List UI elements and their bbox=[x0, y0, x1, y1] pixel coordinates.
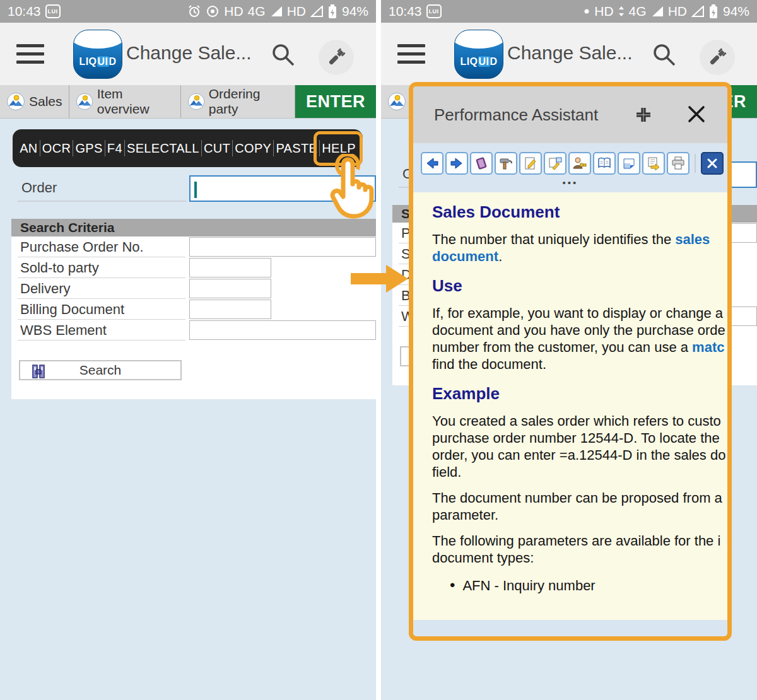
authorization-button[interactable] bbox=[568, 152, 591, 175]
signal-full-icon bbox=[651, 6, 664, 17]
toolbar-item-gps[interactable]: GPS bbox=[75, 141, 102, 156]
binoculars-icon bbox=[30, 363, 47, 380]
search-icon[interactable] bbox=[651, 42, 678, 68]
help-text: purchase order number 12544-D. To locate… bbox=[432, 430, 720, 446]
help-link[interactable]: matc bbox=[692, 339, 724, 355]
help-text: If, for example, you want to display or … bbox=[432, 305, 723, 321]
page-title: Change Sale... bbox=[507, 42, 632, 64]
landscape-icon bbox=[387, 92, 406, 111]
help-text: find the document. bbox=[432, 356, 546, 372]
help-text: The number that uniquely identifies the bbox=[432, 231, 675, 247]
back-arrow-icon bbox=[425, 156, 440, 171]
toolbar-item-copy[interactable]: COPY bbox=[235, 141, 271, 156]
excel-close-button[interactable] bbox=[701, 152, 724, 175]
quick-toolbar: ANOCRGPSF4SELECTALLCUTCOPYPASTEHELP bbox=[13, 129, 363, 167]
form-row: Sold-to party bbox=[11, 257, 376, 278]
toolbar-item-an[interactable]: AN bbox=[20, 141, 37, 156]
annotation-arrow-icon bbox=[351, 264, 409, 293]
menu-icon[interactable] bbox=[397, 44, 425, 64]
hd2-label: HD bbox=[287, 4, 306, 19]
blue-note-icon bbox=[621, 156, 637, 171]
help-heading: Sales Document bbox=[432, 202, 727, 222]
tab-label: Item overview bbox=[97, 86, 174, 117]
glossary-button[interactable] bbox=[470, 152, 493, 175]
hd-label: HD bbox=[224, 4, 243, 19]
toolbar-separator bbox=[232, 140, 233, 156]
liquid-ui-notification-icon: LUI bbox=[426, 4, 442, 18]
help-text: . bbox=[498, 248, 502, 264]
tab-item-overview[interactable]: Item overview bbox=[69, 85, 181, 118]
form-row: Purchase Order No. bbox=[11, 236, 376, 257]
glossary-book-icon bbox=[474, 156, 489, 171]
forward-button[interactable] bbox=[445, 152, 468, 175]
note-button[interactable] bbox=[618, 152, 640, 175]
help-heading: Example bbox=[432, 384, 727, 404]
tools-button[interactable] bbox=[319, 40, 354, 75]
toolbar-item-selectall[interactable]: SELECTALL bbox=[127, 141, 199, 156]
delivery-input[interactable] bbox=[189, 279, 271, 298]
toolbar-item-f4[interactable]: F4 bbox=[107, 141, 122, 156]
hd2-label: HD bbox=[668, 4, 687, 19]
toolbar-item-cut[interactable]: CUT bbox=[204, 141, 230, 156]
help-paragraph: The document number can be proposed from… bbox=[432, 489, 727, 523]
printer-icon bbox=[671, 156, 686, 171]
help-text: document types: bbox=[432, 550, 534, 566]
purchase-order-no-input[interactable] bbox=[189, 237, 376, 257]
updown-arrows-icon bbox=[618, 6, 625, 17]
performance-assistant-dialog: Performance Assistant ••• Sales Document… bbox=[409, 82, 732, 641]
help-link[interactable]: sales bbox=[675, 231, 710, 247]
search-icon[interactable] bbox=[270, 42, 296, 68]
tab-sales[interactable]: Sales bbox=[0, 85, 69, 118]
left-screenshot-panel: 10:43 LUI HD 4G HD 94% LIQUID Change Sal… bbox=[0, 0, 376, 700]
billing-document-input[interactable] bbox=[189, 300, 271, 319]
field-label: WBS Element bbox=[20, 322, 107, 339]
hammer-icon bbox=[498, 156, 513, 171]
close-icon[interactable] bbox=[686, 104, 707, 124]
display-document-button[interactable] bbox=[544, 152, 566, 175]
wrench-icon bbox=[707, 47, 728, 68]
back-button[interactable] bbox=[421, 152, 443, 175]
form-row: Billing Document bbox=[11, 299, 376, 320]
tab-ordering-party[interactable]: Ordering party bbox=[181, 85, 295, 118]
wbs-element-input[interactable] bbox=[189, 320, 376, 340]
toolbar-item-ocr[interactable]: OCR bbox=[42, 141, 71, 156]
enter-button[interactable]: ENTER bbox=[295, 85, 376, 118]
order-label: Order bbox=[21, 180, 57, 196]
search-button[interactable]: Search bbox=[19, 360, 182, 380]
document-pencil-icon bbox=[523, 156, 538, 171]
collapse-icon[interactable] bbox=[634, 105, 653, 124]
battery-percent: 94% bbox=[723, 4, 749, 19]
search-criteria-header: Search Criteria bbox=[11, 219, 376, 236]
export-button[interactable] bbox=[642, 152, 665, 175]
tab-label: Ordering party bbox=[209, 86, 288, 117]
print-button[interactable] bbox=[667, 152, 690, 175]
search-criteria-card: Search Criteria Purchase Order No.Sold-t… bbox=[11, 219, 376, 399]
help-text: parameter. bbox=[432, 507, 498, 523]
tap-hand-cursor bbox=[322, 154, 376, 219]
help-bullet-item: AFN - Inquiry number bbox=[450, 576, 727, 594]
signal-empty-icon bbox=[310, 6, 323, 17]
landscape-icon bbox=[6, 92, 25, 111]
library-button[interactable] bbox=[593, 152, 616, 175]
dialog-title: Performance Assistant bbox=[434, 105, 598, 125]
tools-button[interactable] bbox=[700, 40, 735, 75]
signal-full-icon bbox=[270, 6, 283, 17]
toolbar-item-paste[interactable]: PASTE bbox=[276, 141, 317, 156]
text-caret bbox=[194, 182, 197, 198]
help-link[interactable]: document bbox=[432, 248, 498, 264]
change-document-button[interactable] bbox=[519, 152, 542, 175]
app-header: LIQUID Change Sale... bbox=[0, 23, 376, 85]
more-tools-handle[interactable]: ••• bbox=[413, 177, 727, 188]
document-pen-icon bbox=[548, 156, 563, 171]
battery-icon bbox=[708, 4, 719, 19]
sold-to-party-input[interactable] bbox=[189, 258, 271, 277]
status-time: 10:43 bbox=[8, 4, 41, 19]
white-x-icon bbox=[705, 156, 719, 170]
open-book-icon bbox=[597, 156, 612, 171]
technical-info-button[interactable] bbox=[495, 152, 517, 175]
toolbar-separator bbox=[40, 140, 40, 156]
help-heading: Use bbox=[432, 276, 727, 296]
field-label: Purchase Order No. bbox=[20, 239, 144, 255]
menu-icon[interactable] bbox=[16, 44, 44, 64]
help-text: The document number can be proposed from… bbox=[432, 490, 722, 506]
